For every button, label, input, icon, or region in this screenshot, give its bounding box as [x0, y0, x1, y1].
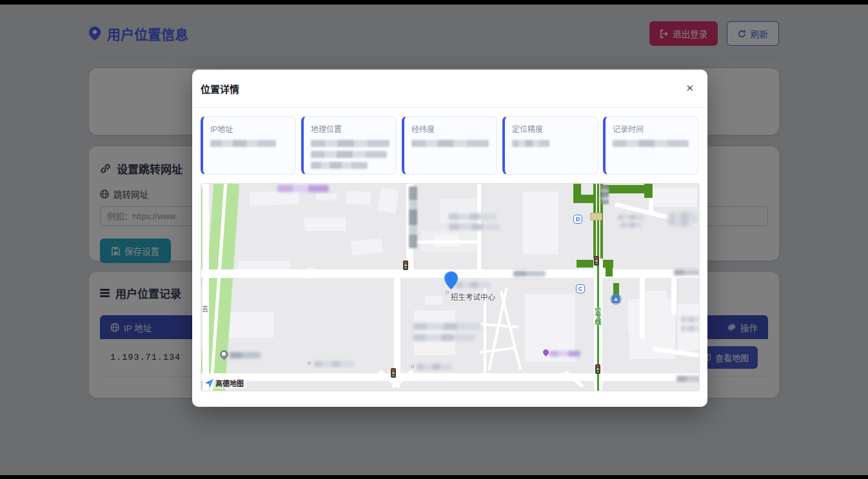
metro-exit-a-badge: A	[610, 293, 622, 305]
metro-exit-d-badge: D	[573, 215, 582, 224]
modal-header: 位置详情 ✕	[192, 70, 707, 108]
metro-exit-c-badge: C	[576, 284, 585, 293]
traffic-light-icon	[391, 368, 396, 378]
amap-map[interactable]: 5号线 D C A 招	[201, 183, 700, 391]
metro-station-box	[590, 213, 602, 220]
redacted-value	[613, 140, 689, 147]
redacted-value	[311, 140, 390, 147]
amap-logo: 高德地图	[202, 377, 246, 389]
close-icon[interactable]: ✕	[682, 80, 698, 97]
info-cards-row: IP地址 地理位置 经纬度 定位精度 记录时间	[192, 108, 707, 175]
info-card-ip: IP地址	[201, 116, 296, 175]
redacted-value	[210, 140, 276, 147]
road-name-char: 吉	[202, 304, 208, 313]
redacted-value	[411, 140, 489, 147]
location-detail-modal: 位置详情 ✕ IP地址 地理位置 经纬度 定位精度 记录时间	[192, 70, 707, 407]
info-card-geo: 地理位置	[301, 116, 397, 175]
traffic-light-icon	[595, 364, 600, 374]
info-card-label: IP地址	[210, 123, 288, 134]
info-card-label: 经纬度	[411, 123, 489, 134]
redacted-value	[512, 140, 549, 147]
info-card-time: 记录时间	[603, 116, 698, 175]
redacted-value	[311, 151, 387, 158]
info-card-accuracy: 定位精度	[502, 116, 598, 175]
redacted-value	[311, 162, 368, 169]
bottom-black-bar	[0, 475, 868, 479]
top-black-bar	[0, 0, 868, 5]
poi-label: 招生考试中心	[451, 291, 495, 302]
amap-plane-icon	[205, 379, 213, 387]
traffic-light-icon	[403, 260, 408, 270]
info-card-label: 定位精度	[512, 123, 590, 134]
modal-title: 位置详情	[201, 82, 239, 95]
info-card-label: 记录时间	[613, 123, 691, 134]
amap-logo-text: 高德地图	[215, 378, 244, 388]
info-card-label: 地理位置	[311, 123, 389, 134]
poi-dot	[446, 291, 449, 294]
location-pin-marker	[444, 271, 458, 289]
info-card-latlng: 经纬度	[402, 116, 497, 175]
metro-line-label: 5号线	[593, 308, 602, 326]
traffic-light-icon	[594, 256, 599, 266]
